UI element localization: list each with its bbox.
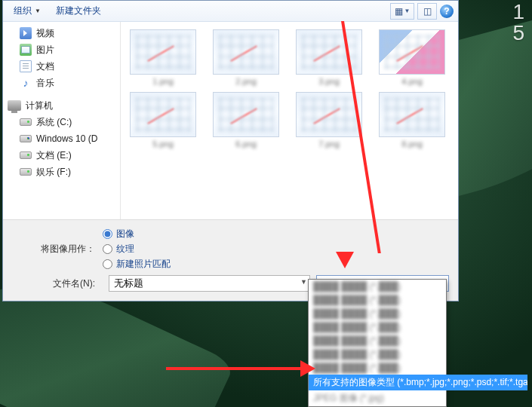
filetype-option[interactable]: JPEG 图像 (*.jpg) [309,390,446,406]
radio-label: 图像 [116,228,134,240]
annotation-arrow-head [300,360,315,377]
help-icon: ? [444,6,449,17]
drive-icon [20,135,32,142]
filetype-dropdown[interactable]: ████ ████ (*.███)████ ████ (*.███)████ █… [308,279,447,407]
help-button[interactable]: ? [440,5,454,18]
sidebar-item-drive-c[interactable]: 系统 (C:) [3,114,120,130]
file-grid[interactable]: 1.png2.png3.png4.png5.png6.png7.png8.png [121,22,458,219]
new-folder-label: 新建文件夹 [56,5,101,17]
picture-icon [20,44,32,56]
drive-icon [20,168,32,176]
preview-icon: ◫ [423,6,432,17]
radio-label: 纹理 [116,243,134,256]
preview-pane-button[interactable]: ◫ [417,3,437,20]
view-mode-button[interactable]: ▦ ▼ [390,3,414,20]
file-thumbnail[interactable]: 6.png [211,92,281,148]
sidebar-item-drive-d[interactable]: Windows 10 (D [3,130,120,147]
thumbnail-caption: 5.png [152,139,174,148]
radio-image-input[interactable] [103,229,112,239]
radio-new-photo-match[interactable]: 新建照片匹配 [103,258,171,271]
filename-input[interactable] [109,275,310,292]
thumbnail-caption: 7.png [318,139,340,148]
sidebar-item-video[interactable]: 视频 [3,25,120,41]
file-thumbnail[interactable]: 4.png [377,29,447,86]
sidebar-item-pictures[interactable]: 图片 [3,41,120,58]
radio-newphoto-input[interactable] [103,259,112,269]
file-open-dialog: 组织 ▼ 新建文件夹 ▦ ▼ ◫ ? 视频 图片 [2,0,459,301]
filetype-option[interactable]: ████ ████ (*.███) [309,293,446,307]
sidebar-item-label: 音乐 [36,77,54,90]
desktop-clock: 1 5 [512,2,524,44]
sidebar-item-documents[interactable]: 文档 [3,58,120,75]
filetype-option[interactable]: ████ ████ (*.███) [309,320,446,334]
drive-icon [20,118,32,126]
filetype-option[interactable]: ████ ████ (*.███) [309,307,446,320]
sidebar-item-drive-e[interactable]: 文档 (E:) [3,147,120,164]
sidebar-item-label: Windows 10 (D [36,133,97,144]
annotation-arrow [166,367,302,370]
file-thumbnail[interactable]: 1.png [128,29,198,86]
thumbnail-image [130,92,196,137]
computer-icon [8,100,21,111]
file-thumbnail[interactable]: 8.png [377,92,447,148]
thumbnail-caption: 1.png [152,77,174,86]
new-folder-button[interactable]: 新建文件夹 [50,2,107,20]
filetype-option[interactable]: ████ ████ (*.███) [309,347,446,361]
radio-texture[interactable]: 纹理 [103,243,171,256]
video-icon [20,27,32,39]
thumbnail-caption: 8.png [401,139,423,148]
document-icon [20,60,32,72]
sidebar-item-label: 文档 (E:) [36,149,72,162]
thumbnail-image [296,29,362,75]
thumbnail-image [213,92,279,137]
thumbnail-image [296,92,362,137]
filetype-option[interactable]: ████ ████ (*.███) [309,361,446,375]
thumbnail-caption: 4.png [401,77,423,86]
radio-image[interactable]: 图像 [103,228,171,240]
file-thumbnail[interactable]: 2.png [211,29,281,86]
filetype-option[interactable]: ████ ████ (*.███) [309,334,446,347]
thumbnails-icon: ▦ [395,6,403,17]
sidebar-item-label: 图片 [36,44,54,57]
sidebar-item-label: 娱乐 (F:) [36,166,71,179]
use-image-as-label: 将图像用作： [12,243,103,256]
radio-label: 新建照片匹配 [116,258,171,271]
sidebar-item-label: 视频 [36,27,54,40]
annotation-arrow-head [336,252,354,268]
navigation-sidebar: 视频 图片 文档 ♪ 音乐 计算机 系统 (C:) [3,22,121,219]
thumbnail-caption: 2.png [235,77,257,86]
thumbnail-image [130,29,196,75]
thumbnail-caption: 6.png [235,139,257,148]
sidebar-item-computer[interactable]: 计算机 [3,97,120,114]
thumbnail-image [379,29,445,75]
dialog-toolbar: 组织 ▼ 新建文件夹 ▦ ▼ ◫ ? [3,1,458,22]
filetype-option-highlighted[interactable]: 所有支持的图像类型 (*.bmp;*.jpg;*.png;*.psd;*.tif… [309,375,527,390]
file-thumbnail[interactable]: 5.png [128,92,198,148]
sidebar-item-drive-f[interactable]: 娱乐 (F:) [3,164,120,180]
thumbnail-caption: 3.png [318,77,340,86]
drive-icon [20,151,32,159]
sidebar-item-label: 系统 (C:) [36,116,72,129]
organize-label: 组织 [14,5,32,17]
file-thumbnail[interactable]: 3.png [294,29,364,86]
organize-button[interactable]: 组织 ▼ [8,2,47,20]
caret-down-icon: ▼ [404,8,411,14]
radio-texture-input[interactable] [103,244,112,254]
sidebar-item-label: 文档 [36,60,54,73]
music-icon: ♪ [20,77,32,89]
thumbnail-image [379,92,445,137]
thumbnail-image [213,29,279,75]
filename-label: 文件名(N): [12,277,103,290]
sidebar-item-label: 计算机 [26,99,53,112]
sidebar-item-music[interactable]: ♪ 音乐 [3,75,120,91]
filetype-option[interactable]: ████ ████ (*.███) [309,280,446,293]
caret-down-icon: ▼ [35,8,41,14]
